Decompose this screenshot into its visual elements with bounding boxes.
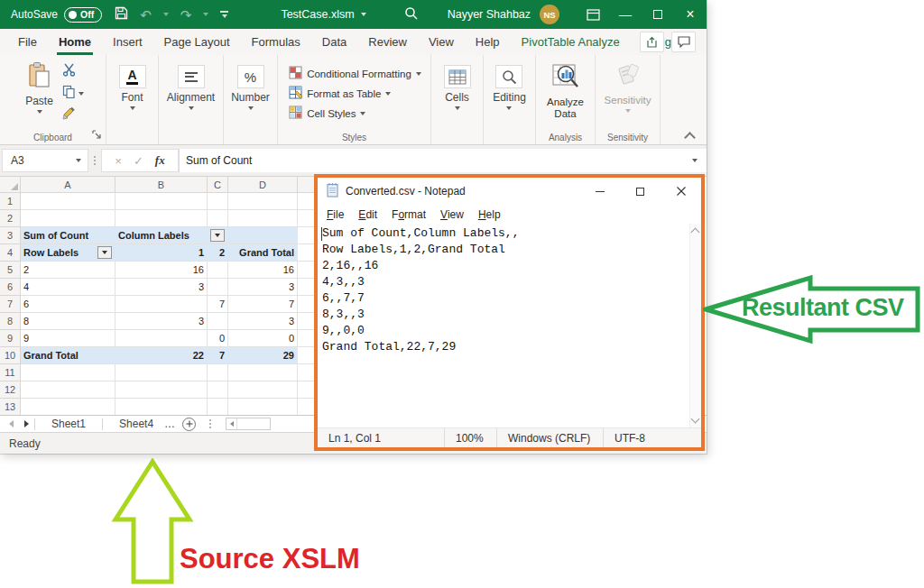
cell-a6[interactable]: 4 (21, 279, 116, 296)
row-header[interactable]: 6 (0, 279, 21, 296)
row-header[interactable]: 1 (0, 193, 21, 210)
sheetbar-splitter-icon[interactable] (204, 419, 217, 428)
cell-d8[interactable]: 3 (228, 313, 298, 330)
notepad-maximize-button[interactable] (620, 178, 661, 205)
document-title[interactable]: TestCase.xlsm (281, 8, 354, 21)
editing-button[interactable]: Editing (487, 60, 531, 130)
row-header[interactable]: 2 (0, 210, 21, 227)
select-all-corner[interactable] (0, 177, 21, 193)
cell-c3[interactable] (208, 227, 228, 244)
horizontal-scrollbar[interactable] (226, 418, 271, 430)
font-dropdown-icon[interactable] (130, 106, 135, 110)
ribbon-display-options-icon[interactable] (577, 0, 609, 29)
column-header-b[interactable]: B (116, 177, 208, 193)
analyze-data-button[interactable]: Analyze Data (537, 60, 595, 130)
copy-dropdown-icon[interactable] (79, 92, 84, 96)
scroll-up-icon[interactable] (692, 227, 699, 234)
tab-insert[interactable]: Insert (102, 29, 153, 55)
collapse-ribbon-icon[interactable] (686, 131, 694, 139)
cell-a4[interactable]: Row Labels (21, 244, 116, 262)
scroll-left-icon[interactable] (226, 418, 237, 429)
row-header[interactable]: 11 (0, 364, 21, 381)
alignment-dropdown-icon[interactable] (189, 106, 194, 110)
customize-quick-access-icon[interactable] (220, 11, 228, 18)
sheet-tab-sheet1[interactable]: Sheet1 (41, 418, 97, 430)
scroll-down-icon[interactable] (692, 417, 699, 424)
font-button[interactable]: A Font (114, 60, 152, 130)
new-sheet-button[interactable] (182, 418, 196, 431)
maximize-button[interactable] (642, 0, 674, 29)
cells-button[interactable]: Cells (439, 60, 476, 130)
format-as-table-button[interactable]: Format as Table (289, 86, 421, 101)
enter-icon[interactable]: ✓ (134, 154, 143, 168)
tab-help[interactable]: Help (465, 29, 511, 55)
tab-page-layout[interactable]: Page Layout (153, 29, 241, 55)
cell-b3[interactable]: Column Labels (116, 227, 208, 244)
tab-view[interactable]: View (418, 29, 465, 55)
cut-icon[interactable] (62, 63, 76, 80)
copy-icon[interactable] (62, 85, 76, 102)
cell-c7[interactable]: 7 (208, 296, 228, 313)
paste-dropdown-icon[interactable] (37, 110, 42, 114)
sheet-nav-prev-icon[interactable] (9, 420, 14, 427)
cell-a7[interactable]: 6 (21, 296, 116, 313)
share-button[interactable] (640, 32, 664, 52)
row-header[interactable]: 9 (0, 330, 21, 347)
cell-b6[interactable]: 3 (116, 279, 208, 296)
number-dropdown-icon[interactable] (248, 106, 254, 110)
name-box[interactable]: A3 (2, 149, 88, 172)
row-header[interactable]: 12 (0, 381, 21, 399)
cell-styles-dropdown-icon[interactable] (360, 112, 365, 115)
column-labels-filter-dropdown[interactable] (210, 229, 225, 242)
sheet-tab-sheet4[interactable]: Sheet4 (108, 418, 164, 430)
vertical-scrollbar[interactable] (689, 224, 701, 427)
formula-bar-drag-handle[interactable] (88, 156, 101, 165)
cell-d5[interactable]: 16 (228, 262, 298, 279)
save-icon[interactable] (115, 6, 128, 23)
notepad-close-button[interactable] (661, 178, 701, 205)
menu-format[interactable]: Format (384, 208, 433, 221)
undo-icon[interactable]: ↶ (140, 8, 152, 22)
cell-b8[interactable]: 3 (116, 313, 208, 330)
cell-b10[interactable]: 22 (116, 347, 208, 364)
name-box-dropdown-icon[interactable] (76, 159, 81, 162)
row-header[interactable]: 10 (0, 347, 21, 364)
undo-dropdown-icon[interactable] (163, 13, 169, 16)
row-labels-filter-dropdown[interactable] (97, 246, 112, 259)
cancel-icon[interactable]: × (115, 154, 122, 168)
search-icon[interactable] (404, 6, 419, 23)
menu-view[interactable]: View (433, 208, 471, 221)
menu-help[interactable]: Help (471, 208, 508, 221)
row-header[interactable]: 7 (0, 296, 21, 313)
number-button[interactable]: % Number (226, 60, 275, 130)
cell-c9[interactable]: 0 (208, 330, 228, 347)
cell-d10[interactable]: 29 (228, 347, 298, 364)
comment-button[interactable] (671, 32, 696, 52)
close-button[interactable]: × (674, 0, 707, 29)
column-header-a[interactable]: A (21, 177, 116, 193)
menu-file[interactable]: File (319, 208, 351, 221)
redo-icon[interactable]: ↷ (180, 8, 192, 22)
formula-input[interactable]: Sum of Count (179, 149, 683, 172)
insert-function-icon[interactable]: fx (155, 153, 165, 168)
cell-b5[interactable]: 16 (116, 262, 208, 279)
user-name[interactable]: Nayyer Shahbaz (448, 8, 531, 21)
cell-a5[interactable]: 2 (21, 262, 116, 279)
cell-styles-button[interactable]: Cell Styles (289, 106, 421, 121)
cell-a8[interactable]: 8 (21, 313, 116, 330)
column-header-d[interactable]: D (228, 177, 298, 193)
clipboard-dialog-launcher-icon[interactable] (92, 126, 101, 142)
cell-d6[interactable]: 3 (228, 279, 298, 296)
row-header[interactable]: 8 (0, 313, 21, 330)
notepad-text-area[interactable]: Sum of Count,Column Labels,, Row Labels,… (318, 224, 701, 427)
conditional-formatting-button[interactable]: Conditional Formatting (289, 66, 421, 81)
column-header-c[interactable]: C (208, 177, 228, 193)
editing-dropdown-icon[interactable] (506, 106, 512, 110)
tab-pivottable-analyze[interactable]: PivotTable Analyze (511, 29, 631, 55)
cell-c4[interactable]: 2 (208, 244, 228, 262)
sheet-overflow-indicator[interactable]: … (164, 418, 175, 430)
sensitivity-button[interactable]: Sensitivity (599, 60, 657, 130)
cell-a9[interactable]: 9 (21, 330, 116, 347)
row-header[interactable]: 4 (0, 244, 21, 262)
cell-b4[interactable]: 1 (116, 244, 208, 262)
